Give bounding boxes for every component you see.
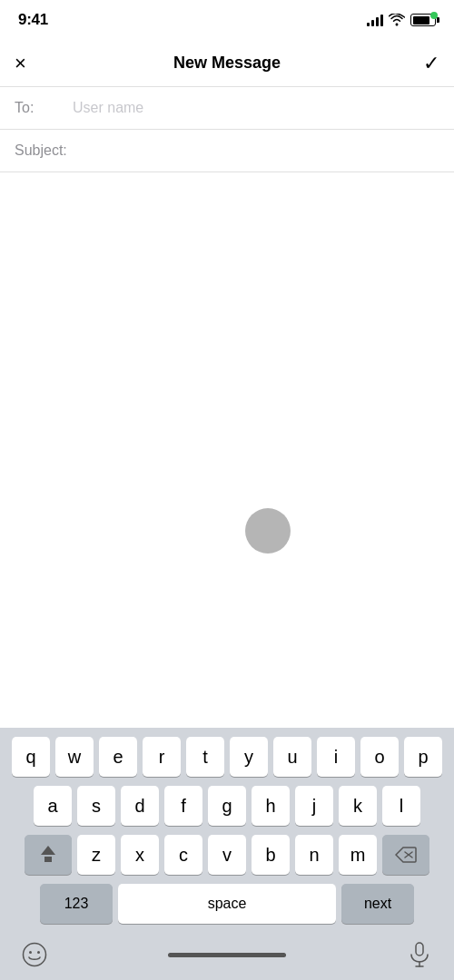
next-key[interactable]: next bbox=[341, 884, 414, 924]
confirm-button[interactable]: ✓ bbox=[403, 52, 439, 75]
key-m[interactable]: m bbox=[339, 835, 377, 875]
key-o[interactable]: o bbox=[360, 737, 399, 777]
shift-key[interactable] bbox=[25, 835, 72, 875]
key-b[interactable]: b bbox=[252, 835, 290, 875]
svg-point-2 bbox=[24, 944, 46, 966]
key-d[interactable]: d bbox=[121, 786, 159, 826]
keyboard: q w e r t y u i o p a s d f g h j k l z … bbox=[0, 728, 454, 980]
numbers-key[interactable]: 123 bbox=[40, 884, 113, 924]
key-a[interactable]: a bbox=[34, 786, 72, 826]
key-h[interactable]: h bbox=[252, 786, 290, 826]
mic-key[interactable] bbox=[400, 935, 439, 975]
space-key[interactable]: space bbox=[118, 884, 336, 924]
status-icons bbox=[367, 14, 436, 26]
key-p[interactable]: p bbox=[404, 737, 442, 777]
nav-bar: × New Message ✓ bbox=[0, 40, 454, 87]
emoji-icon bbox=[22, 942, 47, 967]
keyboard-row-1: q w e r t y u i o p bbox=[0, 737, 454, 777]
message-body[interactable] bbox=[0, 172, 454, 517]
to-label: To: bbox=[15, 100, 69, 116]
key-n[interactable]: n bbox=[295, 835, 333, 875]
shift-icon bbox=[41, 848, 55, 862]
delete-icon bbox=[395, 847, 417, 863]
svg-point-4 bbox=[37, 951, 40, 954]
key-k[interactable]: k bbox=[339, 786, 377, 826]
key-x[interactable]: x bbox=[121, 835, 159, 875]
green-dot bbox=[430, 12, 438, 19]
to-field-row: To: bbox=[0, 87, 454, 130]
page-title: New Message bbox=[173, 54, 281, 73]
key-e[interactable]: e bbox=[99, 737, 137, 777]
key-l[interactable]: l bbox=[382, 786, 420, 826]
key-y[interactable]: y bbox=[230, 737, 268, 777]
key-r[interactable]: r bbox=[143, 737, 181, 777]
keyboard-row-4: 123 space next bbox=[0, 884, 454, 924]
to-input[interactable] bbox=[73, 100, 439, 116]
key-j[interactable]: j bbox=[295, 786, 333, 826]
key-w[interactable]: w bbox=[55, 737, 94, 777]
key-c[interactable]: c bbox=[164, 835, 202, 875]
key-f[interactable]: f bbox=[164, 786, 202, 826]
key-q[interactable]: q bbox=[12, 737, 50, 777]
key-v[interactable]: v bbox=[208, 835, 246, 875]
touch-indicator bbox=[245, 508, 291, 554]
subject-input[interactable] bbox=[73, 142, 439, 159]
close-button[interactable]: × bbox=[15, 52, 51, 75]
delete-key[interactable] bbox=[382, 835, 429, 875]
key-t[interactable]: t bbox=[186, 737, 224, 777]
key-i[interactable]: i bbox=[317, 737, 355, 777]
key-g[interactable]: g bbox=[208, 786, 246, 826]
keyboard-row-3: z x c v b n m bbox=[0, 835, 454, 875]
emoji-key[interactable] bbox=[15, 935, 54, 975]
key-z[interactable]: z bbox=[77, 835, 115, 875]
svg-rect-5 bbox=[416, 943, 423, 956]
svg-point-3 bbox=[29, 951, 32, 954]
home-indicator-bar bbox=[168, 953, 286, 957]
wifi-icon bbox=[389, 14, 405, 26]
status-bar: 9:41 bbox=[0, 0, 454, 40]
keyboard-row-2: a s d f g h j k l bbox=[0, 786, 454, 826]
mic-icon bbox=[409, 942, 430, 967]
key-s[interactable]: s bbox=[77, 786, 115, 826]
status-time: 9:41 bbox=[18, 11, 48, 29]
keyboard-extras-row bbox=[0, 933, 454, 980]
subject-field-row: Subject: bbox=[0, 130, 454, 172]
subject-label: Subject: bbox=[15, 142, 69, 159]
key-u[interactable]: u bbox=[273, 737, 311, 777]
signal-icon bbox=[367, 14, 383, 26]
